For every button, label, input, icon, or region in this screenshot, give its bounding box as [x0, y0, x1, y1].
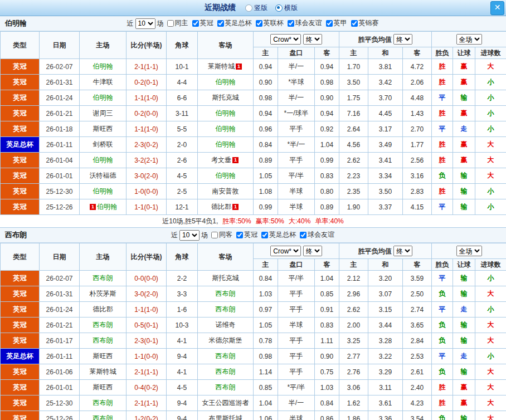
away-team-cell[interactable]: 伯明翰: [198, 121, 254, 137]
away-team-cell[interactable]: 南安普敦: [198, 184, 254, 199]
result-goals-cell: 小: [475, 121, 506, 137]
checkbox-icon[interactable]: [256, 20, 262, 27]
match-date-cell: 25-12-26: [40, 411, 80, 420]
home-team-cell[interactable]: 沃特福德: [80, 168, 126, 184]
filter-check-球会友谊[interactable]: 球会友谊: [297, 230, 334, 240]
asian-odds-cell: 0.99: [315, 153, 339, 168]
filter-check-英联杯[interactable]: 英联杯: [253, 18, 284, 28]
home-team-cell[interactable]: 德比郡: [80, 302, 126, 318]
away-team-cell[interactable]: 西布朗: [198, 364, 254, 380]
home-team-cell[interactable]: 西布朗: [80, 318, 126, 333]
checkbox-icon[interactable]: [211, 232, 218, 238]
home-team-cell[interactable]: 伯明翰: [80, 153, 126, 168]
checkbox-icon[interactable]: [300, 232, 306, 238]
away-team-cell[interactable]: 伯明翰: [198, 168, 254, 184]
layout-option-vertical[interactable]: 竖版: [245, 3, 267, 13]
checkbox-icon[interactable]: [217, 20, 224, 27]
col-corner: 角球: [167, 32, 198, 59]
away-team-cell[interactable]: 伯明翰: [198, 75, 254, 90]
checkbox-icon[interactable]: [192, 20, 199, 27]
euro-odds-cell: 3.59: [403, 271, 432, 286]
asian-time-select[interactable]: 终: [303, 34, 322, 45]
layout-option-horizontal[interactable]: 横版: [275, 3, 298, 13]
home-team-cell[interactable]: 朴茨茅斯: [80, 286, 126, 302]
match-count-select[interactable]: 10: [179, 230, 200, 241]
home-team-cell[interactable]: 伯明翰: [80, 184, 126, 199]
checkbox-icon[interactable]: [261, 232, 268, 238]
asian-odds-cell: 半球: [278, 318, 315, 333]
home-team-cell[interactable]: 伯明翰: [80, 59, 126, 75]
team-section-header: 伯明翰 近 10 场 同主英冠英足总杯英联杯球会友谊英甲英锦赛: [0, 16, 506, 31]
away-team-cell[interactable]: 西布朗: [198, 302, 254, 318]
close-icon[interactable]: ✕: [490, 1, 504, 15]
euro-odds-cell: 2.74: [403, 302, 432, 318]
checkbox-icon[interactable]: [288, 20, 294, 27]
home-team-cell[interactable]: 伯明翰: [80, 90, 126, 106]
away-team-cell[interactable]: 德比郡1: [198, 199, 254, 215]
away-team-cell[interactable]: 诺维奇: [198, 318, 254, 333]
result-handicap-cell: 输: [453, 318, 475, 333]
home-team-cell[interactable]: 谢周三: [80, 106, 126, 121]
home-team-cell[interactable]: 斯旺西: [80, 121, 126, 137]
team-name: 伯明翰: [5, 18, 27, 28]
euro-odds-cell: 3.28: [368, 333, 403, 349]
filter-check-英甲[interactable]: 英甲: [323, 18, 347, 28]
away-team-cell[interactable]: 西布朗: [198, 380, 254, 395]
match-date-cell: 25-12-30: [40, 184, 80, 199]
checkbox-icon[interactable]: [167, 20, 174, 27]
match-row: 英冠26-02-07伯明翰2-1(1-1)10-1莱斯特城10.94半/一0.9…: [1, 59, 506, 75]
away-team-cell[interactable]: 米德尔斯堡: [198, 333, 254, 349]
filter-check-球会友谊[interactable]: 球会友谊: [285, 18, 322, 28]
asian-time-select[interactable]: 终: [303, 246, 322, 256]
home-team-cell[interactable]: 1伯明翰: [80, 199, 126, 215]
fulltime-select[interactable]: 全场: [456, 34, 482, 45]
home-team-cell[interactable]: 牛津联: [80, 75, 126, 90]
euro-time-select[interactable]: 终: [393, 246, 412, 256]
euro-odds-cell: 3.20: [368, 271, 403, 286]
filter-check-同客[interactable]: 同客: [208, 230, 232, 240]
home-team-cell[interactable]: 斯旺西: [80, 380, 126, 395]
filter-check-英锦赛[interactable]: 英锦赛: [348, 18, 379, 28]
home-team-cell[interactable]: 莱斯特城: [80, 364, 126, 380]
away-team-cell[interactable]: 考文垂1: [198, 153, 254, 168]
away-team-cell[interactable]: 莱斯特城1: [198, 59, 254, 75]
asian-odds-cell: 半球: [278, 411, 315, 420]
asian-odds-cell: 0.80: [315, 184, 339, 199]
euro-odds-cell: 3.44: [368, 318, 403, 333]
odds-company-select[interactable]: Crow*: [270, 34, 301, 45]
filter-check-英冠[interactable]: 英冠: [233, 230, 257, 240]
away-team-cell[interactable]: 斯托克城: [198, 90, 254, 106]
odds-company-select[interactable]: Crow*: [270, 246, 301, 256]
away-team-cell[interactable]: 布里斯托城: [198, 411, 254, 420]
euro-odds-cell: 2.77: [339, 349, 368, 364]
filter-check-英足总杯[interactable]: 英足总杯: [259, 230, 296, 240]
league-type-cell: 英冠: [1, 395, 40, 411]
euro-time-select[interactable]: 终: [393, 34, 412, 45]
home-team-cell[interactable]: 斯旺西: [80, 349, 126, 364]
away-team-cell[interactable]: 斯托克城: [198, 271, 254, 286]
checkbox-icon[interactable]: [326, 20, 333, 27]
col-eu-home: 主: [339, 259, 368, 271]
home-team-cell[interactable]: 西布朗: [80, 333, 126, 349]
checkbox-icon[interactable]: [351, 20, 358, 27]
home-team-cell[interactable]: 西布朗: [80, 395, 126, 411]
away-team-cell[interactable]: 女王公园巡游者: [198, 395, 254, 411]
away-team-cell[interactable]: 伯明翰: [198, 137, 254, 153]
filter-check-英足总杯[interactable]: 英足总杯: [215, 18, 252, 28]
filter-check-同主[interactable]: 同主: [164, 18, 188, 28]
euro-odds-cell: 3.36: [368, 411, 403, 420]
checkbox-icon[interactable]: [236, 232, 243, 238]
fulltime-select[interactable]: 全场: [456, 246, 482, 256]
asian-odds-cell: 0.89: [254, 153, 278, 168]
home-team-cell[interactable]: 西布朗: [80, 271, 126, 286]
away-team-cell[interactable]: 西布朗: [198, 349, 254, 364]
asian-odds-cell: 0.97: [254, 302, 278, 318]
home-team-cell[interactable]: 剑桥联: [80, 137, 126, 153]
home-team-cell[interactable]: 西布朗: [80, 411, 126, 420]
match-count-select[interactable]: 10: [135, 18, 155, 29]
away-team-cell[interactable]: 西布朗: [198, 286, 254, 302]
away-team-cell[interactable]: 伯明翰: [198, 106, 254, 121]
result-handicap-cell: 赢: [453, 380, 475, 395]
filter-check-英冠[interactable]: 英冠: [189, 18, 213, 28]
match-date-cell: 26-01-01: [40, 168, 80, 184]
